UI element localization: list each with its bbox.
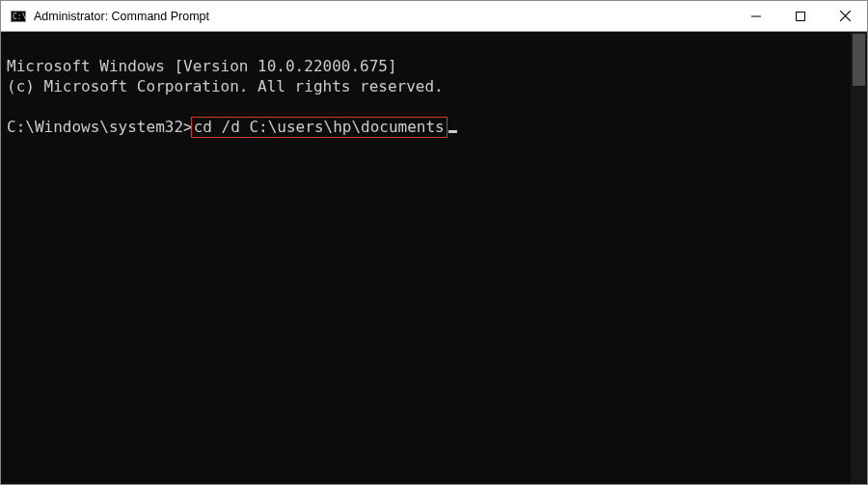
minimize-button[interactable] xyxy=(734,1,778,31)
svg-text:C:\: C:\ xyxy=(13,13,26,21)
scrollbar-track[interactable] xyxy=(851,32,867,484)
close-button[interactable] xyxy=(823,1,867,31)
copyright-line: (c) Microsoft Corporation. All rights re… xyxy=(7,77,444,95)
window-title: Administrator: Command Prompt xyxy=(34,10,209,23)
maximize-button[interactable] xyxy=(778,1,823,31)
command-highlight: cd /d C:\users\hp\documents xyxy=(191,117,448,138)
command-prompt-icon: C:\ xyxy=(11,9,26,24)
version-line: Microsoft Windows [Version 10.0.22000.67… xyxy=(7,57,397,75)
prompt-path: C:\Windows\system32> xyxy=(7,118,193,136)
prompt-line: C:\Windows\system32>cd /d C:\users\hp\do… xyxy=(7,118,457,136)
typed-command: cd /d C:\users\hp\documents xyxy=(194,118,445,136)
text-cursor xyxy=(448,130,457,133)
svg-rect-2 xyxy=(797,12,805,20)
command-prompt-window: C:\ Administrator: Command Prompt Micros… xyxy=(0,0,868,485)
terminal-output[interactable]: Microsoft Windows [Version 10.0.22000.67… xyxy=(1,32,867,484)
scrollbar-thumb[interactable] xyxy=(853,34,865,86)
window-controls xyxy=(734,1,867,31)
titlebar[interactable]: C:\ Administrator: Command Prompt xyxy=(1,1,867,32)
